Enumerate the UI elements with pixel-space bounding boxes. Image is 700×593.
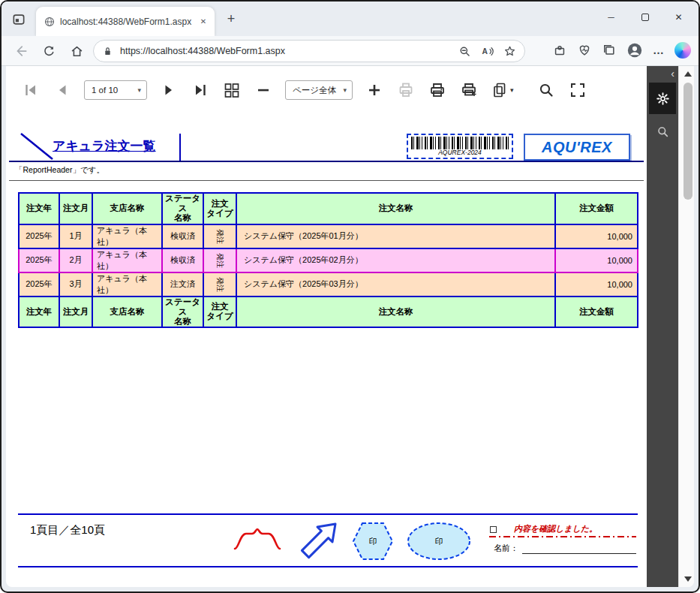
col-order-year: 注文年 <box>19 193 59 224</box>
header-separator-line <box>179 134 181 161</box>
maximize-icon <box>641 14 649 21</box>
tab-favicon-globe-icon <box>44 16 56 28</box>
report-header-note: 「ReportHeader」です。 <box>15 165 104 176</box>
zoom-in-button[interactable] <box>365 80 384 100</box>
hexagon-stamp: 印 <box>351 520 395 562</box>
header-rule <box>9 161 644 162</box>
browser-essentials-icon[interactable] <box>577 43 592 58</box>
col-amount: 注文金額 <box>555 193 638 224</box>
gear-icon <box>656 92 670 106</box>
cell-amount: 10,000 <box>555 248 638 272</box>
browser-tab[interactable]: localhost:44388/WebForm1.aspx ✕ <box>36 7 215 36</box>
col-order-month: 注文月 <box>59 193 92 224</box>
cell-order-year: 2025年 <box>19 272 59 296</box>
header-diagonal-line <box>20 132 56 162</box>
profile-avatar[interactable] <box>626 42 643 59</box>
cell-branch: アキュラ（本社） <box>92 272 162 296</box>
cell-order-month: 2月 <box>59 248 92 272</box>
favorite-star-icon[interactable] <box>503 44 517 59</box>
cell-order-type: 発注 <box>203 272 236 296</box>
zoom-out-button[interactable] <box>254 80 273 100</box>
confirm-text: 内容を確認しました。 <box>514 523 597 534</box>
copy-button[interactable]: ▾ <box>491 81 514 99</box>
page-number-select[interactable]: 1 of 10 ▾ <box>84 80 147 100</box>
table-footer-header-row: 注文年 注文月 支店名称 ステータス名称 注文タイプ 注文名称 注文金額 <box>19 296 638 328</box>
report-title: アキュラ注文一覧 <box>53 137 156 155</box>
tab-close-icon[interactable]: ✕ <box>197 15 210 29</box>
cell-status: 検収済 <box>162 224 203 248</box>
cell-order-month: 3月 <box>59 272 92 296</box>
window-close-button[interactable]: ✕ <box>662 2 695 33</box>
col-order-name: 注文名称 <box>236 193 555 224</box>
address-bar-icons: A <box>458 44 517 59</box>
col-branch: 支店名称 <box>92 193 162 224</box>
scroll-down-icon[interactable] <box>684 576 692 582</box>
more-menu-icon[interactable]: … <box>653 47 665 54</box>
collapse-panel-icon[interactable]: ‹ <box>671 68 674 80</box>
footer-top-rule <box>18 513 638 515</box>
cell-order-month: 1月 <box>59 224 92 248</box>
search-panel-button[interactable] <box>647 125 678 139</box>
chevron-down-icon: ▾ <box>339 86 347 94</box>
col-branch: 支店名称 <box>92 296 162 328</box>
next-page-button[interactable] <box>159 80 179 100</box>
window-controls: ─ ✕ <box>594 2 695 33</box>
col-order-month: 注文月 <box>59 296 92 328</box>
cell-order-year: 2025年 <box>19 248 59 272</box>
cell-status: 検収済 <box>162 248 203 272</box>
read-aloud-icon[interactable]: A <box>480 44 494 59</box>
cell-status: 注文済 <box>162 272 203 296</box>
confirm-checkbox <box>490 526 497 533</box>
window-minimize-button[interactable]: ─ <box>594 2 628 33</box>
scroll-up-icon[interactable] <box>684 71 692 77</box>
print-button[interactable] <box>428 80 447 100</box>
zoom-out-page-icon[interactable] <box>458 44 472 59</box>
logo-text: AQU'REX <box>542 139 612 156</box>
report-viewer-toolbar: 1 of 10 ▾ ページ全体 ▾ <box>21 74 587 107</box>
vertical-scrollbar[interactable] <box>678 66 694 587</box>
scrollbar-thumb[interactable] <box>683 83 692 200</box>
svg-text:印: 印 <box>435 537 443 546</box>
name-underline <box>522 553 636 554</box>
tab-actions-icon[interactable] <box>11 11 27 28</box>
chevron-down-icon: ▾ <box>134 86 141 94</box>
red-brace-shape <box>233 527 282 551</box>
new-tab-button[interactable]: + <box>222 11 240 29</box>
previous-page-button[interactable] <box>53 80 72 100</box>
url-text[interactable]: https://localhost:44388/WebForm1.aspx <box>120 46 458 56</box>
browser-window: localhost:44388/WebForm1.aspx ✕ + ─ ✕ ht… <box>0 0 700 593</box>
extensions-icon[interactable] <box>552 43 567 58</box>
address-bar[interactable]: https://localhost:44388/WebForm1.aspx A <box>93 40 525 62</box>
zoom-mode-select[interactable]: ページ全体 ▾ <box>285 80 353 100</box>
last-page-button[interactable] <box>191 80 210 100</box>
back-button[interactable] <box>12 42 30 60</box>
name-label: 名前： <box>494 543 518 554</box>
settings-panel-button[interactable] <box>649 83 676 114</box>
first-page-button[interactable] <box>21 80 41 100</box>
copilot-icon[interactable] <box>674 42 691 59</box>
report-page: アキュラ注文一覧 AQUREX-2024 AQU'REX 「ReportHead… <box>9 114 644 583</box>
col-order-name: 注文名称 <box>236 296 555 328</box>
svg-text:A: A <box>482 47 488 56</box>
col-amount: 注文金額 <box>555 296 638 328</box>
col-status: ステータス名称 <box>162 193 203 224</box>
cell-order-year: 2025年 <box>19 224 59 248</box>
footer-bottom-rule <box>18 566 638 567</box>
multi-page-view-button[interactable] <box>222 80 242 100</box>
order-table: 注文年 注文月 支店名称 ステータス名称 注文タイプ 注文名称 注文金額 202… <box>18 192 638 328</box>
cell-order-type: 発注 <box>203 248 236 272</box>
search-button[interactable] <box>536 80 556 100</box>
window-maximize-button[interactable] <box>628 2 662 33</box>
svg-text:印: 印 <box>369 537 377 546</box>
refresh-button[interactable] <box>40 42 58 60</box>
fullscreen-button[interactable] <box>568 80 587 100</box>
tab-strip: localhost:44388/WebForm1.aspx ✕ + ─ ✕ <box>2 2 698 36</box>
cell-branch: アキュラ（本社） <box>92 224 162 248</box>
home-button[interactable] <box>68 42 86 60</box>
blue-arrow-shape <box>296 519 341 564</box>
barcode-label: AQUREX-2024 <box>411 149 509 156</box>
oval-stamp: 印 <box>405 520 473 562</box>
collections-icon[interactable] <box>602 43 617 58</box>
print-export-button[interactable] <box>459 80 479 100</box>
print-layout-button[interactable] <box>396 80 416 100</box>
